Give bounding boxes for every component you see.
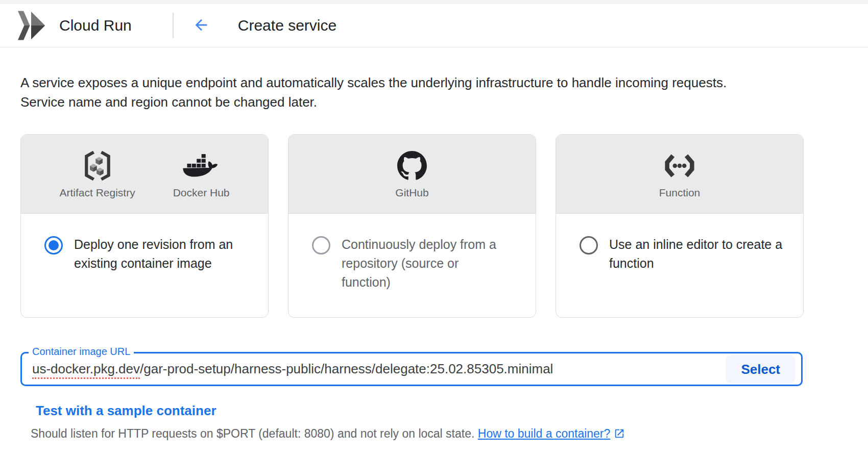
how-to-build-container-link[interactable]: How to build a container? — [478, 427, 611, 440]
top-strip — [0, 0, 868, 4]
source-artifact-registry: Artifact Registry — [59, 149, 135, 199]
source-docker-hub: Docker Hub — [173, 149, 230, 199]
header-divider — [173, 13, 174, 38]
artifact-registry-icon — [82, 149, 113, 183]
field-label: Container image URL — [29, 345, 134, 358]
test-sample-container-link[interactable]: Test with a sample container — [36, 403, 216, 419]
card-function-body: Use an inline editor to create a functio… — [556, 214, 803, 273]
back-button[interactable] — [190, 14, 212, 37]
deploy-option-cards: Artifact Registry — [20, 134, 848, 318]
page-header: Cloud Run Create service — [0, 4, 868, 47]
external-link-icon — [614, 428, 625, 442]
option-label: Continuously deploy from a repository (s… — [342, 235, 508, 292]
intro-line-1: A service exposes a unique endpoint and … — [20, 73, 848, 92]
product-name: Cloud Run — [59, 17, 132, 34]
source-github: GitHub — [395, 149, 428, 199]
field-value-prefix: us-docker.pkg.dev — [32, 361, 140, 379]
arrow-back-icon — [192, 16, 210, 35]
field-value-suffix: /gar-prod-setup/harness-public/harness/d… — [140, 361, 553, 376]
card-function-header: Function — [556, 135, 803, 214]
source-label: GitHub — [395, 187, 428, 199]
radio-unselected-icon — [312, 236, 330, 255]
card-repository-header: GitHub — [288, 135, 536, 214]
source-label: Artifact Registry — [59, 187, 135, 199]
option-deploy-existing-image[interactable]: Deploy one revision from an existing con… — [44, 235, 251, 273]
source-label: Docker Hub — [173, 187, 230, 199]
source-label: Function — [659, 187, 701, 199]
radio-selected-icon — [44, 236, 63, 255]
source-function: Function — [659, 149, 701, 199]
main-content: A service exposes a unique endpoint and … — [0, 73, 868, 442]
docker-hub-icon — [182, 149, 220, 183]
option-inline-editor[interactable]: Use an inline editor to create a functio… — [580, 235, 786, 273]
card-container-image-body: Deploy one revision from an existing con… — [21, 214, 268, 273]
option-continuous-deploy[interactable]: Continuously deploy from a repository (s… — [312, 235, 518, 292]
intro-line-2: Service name and region cannot be change… — [20, 92, 848, 112]
container-image-url-field: Container image URL us-docker.pkg.dev/ga… — [20, 352, 803, 386]
page-title: Create service — [238, 17, 336, 34]
card-container-image-header: Artifact Registry — [21, 135, 268, 214]
container-image-url-input[interactable]: us-docker.pkg.dev/gar-prod-setup/harness… — [20, 352, 803, 386]
card-repository: GitHub Continuously deploy from a reposi… — [288, 134, 536, 318]
intro-text: A service exposes a unique endpoint and … — [20, 73, 848, 112]
field-value: us-docker.pkg.dev/gar-prod-setup/harness… — [32, 361, 553, 377]
card-function: Function Use an inline editor to create … — [556, 134, 804, 318]
function-icon — [663, 149, 696, 183]
helper-text: Should listen for HTTP requests on $PORT… — [31, 427, 848, 442]
card-container-image: Artifact Registry — [20, 134, 269, 318]
radio-unselected-icon — [580, 236, 598, 255]
option-label: Use an inline editor to create a functio… — [609, 235, 786, 273]
card-repository-body: Continuously deploy from a repository (s… — [288, 214, 536, 292]
option-label: Deploy one revision from an existing con… — [74, 235, 251, 273]
github-icon — [397, 149, 427, 183]
select-button[interactable]: Select — [726, 355, 795, 383]
helper-text-body: Should listen for HTTP requests on $PORT… — [31, 427, 478, 440]
cloud-run-logo — [11, 10, 52, 41]
